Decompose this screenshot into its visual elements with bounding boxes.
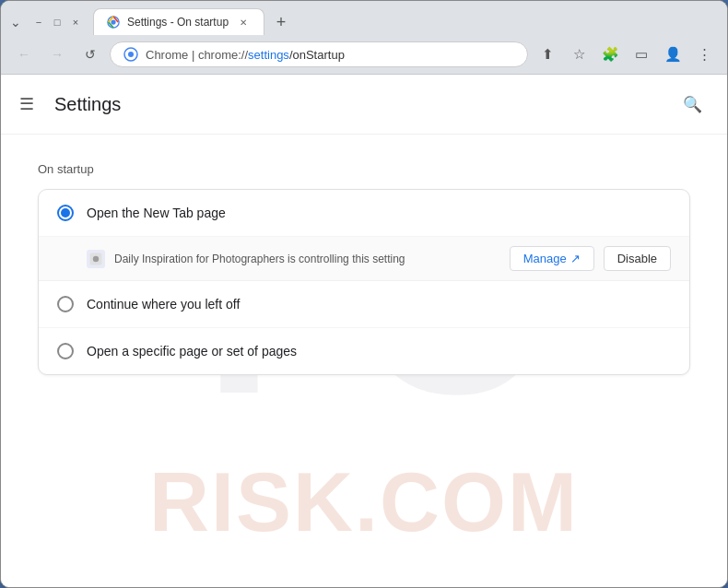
extension-notice-row: Daily Inspiration for Photographers is c… [39, 237, 689, 281]
tab-favicon [107, 16, 120, 29]
back-button[interactable]: ← [10, 41, 38, 68]
sidebar-button[interactable]: ▭ [628, 41, 655, 68]
content-area: PC RISK.COM ☰ Settings 🔍 On startup Open… [1, 75, 727, 587]
address-brand: Chrome [146, 48, 188, 62]
share-button[interactable]: ⬆ [534, 41, 561, 68]
svg-point-5 [93, 255, 99, 261]
options-card: Open the New Tab page Daily Inspiration … [38, 189, 690, 375]
address-host: settings [248, 48, 289, 62]
forward-button[interactable]: → [43, 41, 71, 68]
bookmark-button[interactable]: ☆ [565, 41, 593, 68]
menu-icon[interactable]: ☰ [19, 94, 41, 114]
option-specific-page-label: Open a specific page or set of pages [87, 344, 671, 359]
disable-button[interactable]: Disable [604, 246, 671, 271]
extension-notice-text: Daily Inspiration for Photographers is c… [114, 253, 500, 265]
radio-new-tab[interactable] [57, 205, 74, 221]
more-button[interactable]: ⋮ [690, 41, 718, 68]
tab-strip: Settings - On startup ✕ + [93, 8, 718, 35]
reload-button[interactable]: ↺ [76, 41, 104, 68]
radio-specific-page[interactable] [57, 343, 74, 359]
tab-close-button[interactable]: ✕ [236, 15, 251, 29]
site-info-icon[interactable] [123, 47, 138, 62]
dropdown-indicator[interactable]: ⌄ [10, 15, 21, 29]
active-tab[interactable]: Settings - On startup ✕ [93, 8, 264, 35]
address-text: Chrome | chrome://settings/onStartup [146, 48, 514, 62]
option-new-tab-label: Open the New Tab page [87, 206, 671, 220]
address-scheme: chrome:// [198, 48, 248, 62]
minimize-button[interactable]: − [32, 16, 45, 29]
option-specific-page[interactable]: Open a specific page or set of pages [39, 328, 689, 374]
radio-continue[interactable] [57, 296, 74, 312]
toolbar: ← → ↺ Chrome | chrome://settings/onStart… [1, 35, 727, 75]
address-separator: | [192, 48, 198, 62]
maximize-button[interactable]: □ [51, 16, 64, 29]
page-title: Settings [54, 94, 663, 115]
toolbar-actions: ⬆ ☆ 🧩 ▭ 👤 ⋮ [534, 41, 718, 68]
browser-window: ⌄ − □ × Settings - On startup ✕ [0, 0, 728, 588]
address-bar[interactable]: Chrome | chrome://settings/onStartup [110, 41, 528, 67]
section-label: On startup [38, 162, 690, 176]
new-tab-button[interactable]: + [268, 9, 294, 35]
profile-button[interactable]: 👤 [659, 41, 687, 68]
address-path: /onStartup [289, 48, 345, 62]
svg-point-3 [128, 52, 134, 57]
window-controls: ⌄ − □ × [10, 15, 82, 29]
settings-body: On startup Open the New Tab page Daily [1, 135, 727, 587]
extension-icon [87, 250, 105, 268]
tab-title: Settings - On startup [127, 16, 229, 29]
settings-header: ☰ Settings 🔍 [1, 75, 727, 135]
option-new-tab[interactable]: Open the New Tab page [39, 190, 689, 237]
manage-label: Manage [523, 252, 567, 265]
extensions-button[interactable]: 🧩 [596, 41, 624, 68]
title-bar: ⌄ − □ × Settings - On startup ✕ [1, 1, 727, 35]
external-link-icon: ↗ [570, 252, 581, 265]
close-button[interactable]: × [69, 16, 82, 29]
search-button[interactable]: 🔍 [675, 88, 709, 121]
option-continue-label: Continue where you left off [87, 297, 671, 312]
manage-button[interactable]: Manage ↗ [510, 246, 594, 271]
option-continue[interactable]: Continue where you left off [39, 281, 689, 328]
svg-point-1 [111, 19, 115, 24]
